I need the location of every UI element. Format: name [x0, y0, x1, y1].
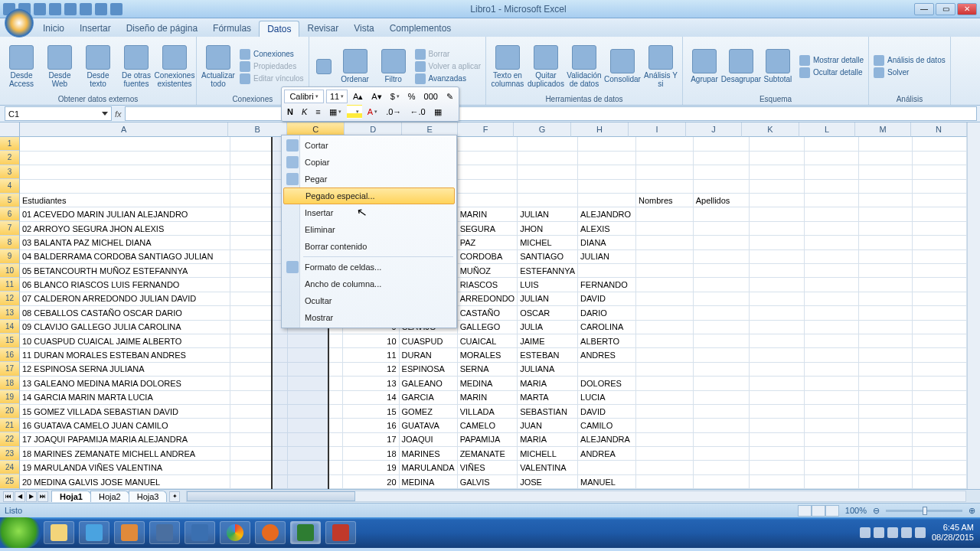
cell[interactable] — [858, 236, 913, 249]
ribbon-tab[interactable]: Revisar — [299, 21, 346, 37]
cell[interactable]: MICHEL — [518, 236, 578, 249]
cell[interactable] — [858, 221, 913, 235]
cell[interactable]: ANDRES — [578, 348, 636, 362]
ribbon-button[interactable]: Desagrupar — [724, 49, 758, 83]
cell[interactable] — [749, 334, 805, 347]
cell[interactable] — [230, 264, 287, 278]
row-header[interactable]: 9 — [0, 249, 19, 263]
cell[interactable] — [858, 474, 913, 488]
context-menu-item[interactable]: Ocultar — [283, 292, 455, 309]
ribbon-tab[interactable]: Vista — [346, 21, 381, 37]
cell[interactable] — [230, 348, 287, 362]
row-headers[interactable]: 1234567891011121314151617181920212223242… — [0, 137, 20, 489]
cell[interactable] — [635, 306, 693, 320]
cell[interactable] — [287, 432, 343, 446]
cell[interactable] — [287, 404, 343, 418]
sort-asc-button[interactable] — [314, 59, 334, 74]
cell[interactable] — [913, 151, 967, 165]
taskbar-clock[interactable]: 6:45 AM08/28/2015 — [932, 523, 974, 543]
cell[interactable]: DARIO — [578, 306, 636, 320]
next-sheet-button[interactable]: ▶ — [26, 491, 37, 502]
cell[interactable] — [693, 306, 749, 320]
context-menu-item[interactable]: Eliminar — [283, 221, 455, 238]
cell[interactable] — [913, 447, 967, 461]
cell[interactable] — [749, 474, 805, 488]
cell[interactable]: 18 MARINES ZEMANATE MICHELL ANDREA — [20, 447, 230, 461]
cell[interactable] — [693, 207, 749, 221]
cell[interactable] — [749, 362, 805, 376]
cell[interactable] — [287, 390, 343, 404]
cell[interactable]: MEDINA — [457, 377, 518, 390]
cell[interactable]: 13 — [343, 377, 399, 390]
cell[interactable] — [913, 306, 967, 320]
row-header[interactable]: 16 — [0, 348, 19, 362]
fill-color-icon[interactable] — [347, 105, 362, 119]
row-header[interactable]: 14 — [0, 320, 19, 334]
cell[interactable] — [230, 334, 287, 347]
cell[interactable] — [858, 348, 913, 362]
cell[interactable] — [230, 151, 287, 165]
cell[interactable]: SEBASTIAN — [518, 404, 578, 418]
cell[interactable]: LUIS — [518, 278, 578, 292]
cell[interactable] — [749, 207, 805, 221]
column-header[interactable]: N — [911, 122, 967, 137]
cell[interactable] — [635, 292, 693, 305]
cell[interactable]: JULIAN — [518, 207, 578, 221]
fx-icon[interactable]: fx — [115, 109, 122, 119]
ribbon-button[interactable]: Agrupar — [688, 49, 721, 83]
cell[interactable]: 01 ACEVEDO MARIN JULIAN ALEJANDRO — [20, 207, 230, 221]
cell[interactable] — [858, 264, 913, 278]
row-header[interactable]: 17 — [0, 362, 19, 376]
taskbar-ie-icon[interactable] — [79, 521, 109, 544]
cell[interactable]: 10 — [343, 334, 399, 347]
column-header[interactable]: H — [571, 122, 629, 137]
merge-icon[interactable]: ▦ — [431, 105, 445, 119]
cell[interactable] — [858, 278, 913, 292]
cell[interactable] — [457, 151, 518, 165]
cell[interactable] — [230, 390, 287, 404]
cell[interactable]: GALLEGO — [457, 320, 518, 334]
cell[interactable] — [230, 404, 287, 418]
cell[interactable] — [230, 306, 287, 320]
cell[interactable] — [457, 179, 518, 193]
cell[interactable] — [858, 151, 913, 165]
cell[interactable] — [913, 334, 967, 347]
cell[interactable] — [913, 278, 967, 292]
row-header[interactable]: 12 — [0, 292, 19, 305]
start-button[interactable] — [0, 517, 41, 548]
cell[interactable] — [858, 306, 913, 320]
cell[interactable] — [693, 236, 749, 249]
row-header[interactable]: 8 — [0, 236, 19, 249]
cell[interactable]: 16 GUATAVA CAMELO JUAN CAMILO — [20, 419, 230, 432]
cell[interactable]: JULIANA — [518, 362, 578, 376]
cell[interactable] — [635, 390, 693, 404]
cell[interactable] — [749, 264, 805, 278]
select-all-corner[interactable] — [0, 122, 20, 137]
decrease-decimal-icon[interactable]: ←.0 — [407, 105, 428, 119]
cell[interactable]: ARREDONDO — [457, 292, 518, 305]
cell[interactable] — [578, 137, 636, 151]
size-select[interactable]: 11 — [326, 90, 348, 103]
cell[interactable]: Apellidos — [693, 194, 749, 207]
cell[interactable] — [913, 348, 967, 362]
cell[interactable] — [805, 151, 859, 165]
cell[interactable]: MICHELL — [518, 447, 578, 461]
row-header[interactable]: 18 — [0, 377, 19, 390]
cell[interactable]: ZEMANATE — [457, 447, 518, 461]
row-header[interactable]: 1 — [0, 137, 19, 151]
row-header[interactable]: 22 — [0, 432, 19, 446]
currency-icon[interactable]: $ — [387, 90, 403, 103]
cell[interactable]: LUCIA — [578, 390, 636, 404]
cell[interactable]: 20 MEDINA GALVIS JOSE MANUEL — [20, 474, 230, 488]
row-header[interactable]: 2 — [0, 151, 19, 165]
cell[interactable] — [913, 292, 967, 305]
cell[interactable]: 04 BALDERRAMA CORDOBA SANTIAGO JULIAN — [20, 249, 230, 263]
thousands-icon[interactable]: 000 — [421, 90, 441, 103]
cell[interactable] — [693, 278, 749, 292]
cell[interactable] — [230, 362, 287, 376]
row-header[interactable]: 13 — [0, 306, 19, 320]
context-menu-item[interactable]: Ancho de columna... — [283, 276, 455, 292]
cell[interactable] — [635, 320, 693, 334]
cell[interactable] — [913, 194, 967, 207]
cell[interactable] — [805, 264, 859, 278]
